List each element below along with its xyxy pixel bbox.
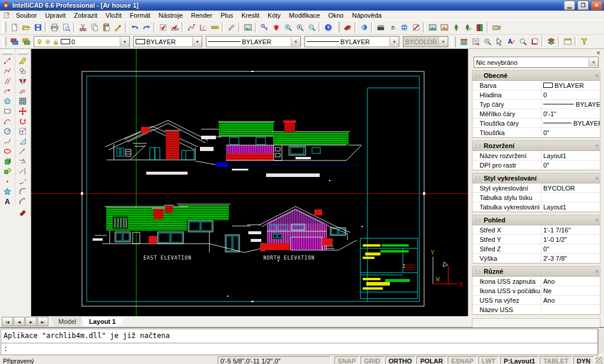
command-input[interactable]: : — [1, 343, 598, 355]
copy-tool-button[interactable] — [17, 66, 29, 76]
ellipse-tool-button[interactable] — [1, 146, 14, 156]
layer-combo[interactable]: 0 ▼ — [34, 36, 130, 47]
menu-nastroje[interactable]: Nástroje — [155, 12, 187, 19]
tab-layout1[interactable]: Layout 1 — [81, 317, 124, 326]
section-header[interactable]: ⋮⋮Styl vykreslování« — [472, 173, 600, 183]
tree2-button[interactable] — [462, 21, 474, 33]
menu-modifikace[interactable]: Modifikace — [285, 12, 324, 19]
menu-koty[interactable]: Kóty — [264, 12, 285, 19]
move-tool-button[interactable] — [17, 106, 29, 116]
break-tool-button[interactable] — [17, 176, 29, 186]
property-value[interactable]: Ano — [541, 296, 600, 304]
land1-button[interactable] — [426, 21, 438, 33]
explode-tool-button[interactable] — [17, 206, 29, 217]
rotate-tool-button[interactable] — [17, 116, 29, 126]
help-button[interactable]: ? — [322, 21, 334, 33]
chamfer-tool-button[interactable] — [17, 196, 29, 206]
title-bar[interactable]: IntelliCAD 6.6 Professional - [Ar house … — [0, 0, 604, 11]
toggle-lwt[interactable]: LWT — [478, 356, 499, 364]
zoom-realtime-button[interactable] — [270, 21, 282, 33]
linetype-combo[interactable]: BYLAYER ▼ — [206, 36, 301, 47]
layers1-button[interactable] — [8, 36, 20, 48]
app-icon[interactable] — [2, 1, 10, 9]
insert-block-tool-button[interactable] — [1, 156, 14, 166]
angle-tool-button[interactable] — [197, 21, 209, 33]
property-value[interactable]: 2'-3 7/8" — [541, 254, 600, 263]
collapse-chevron-icon[interactable]: « — [593, 176, 599, 179]
layout-border[interactable] — [82, 71, 424, 306]
property-value[interactable]: Layout1 — [541, 202, 600, 211]
color-combo-arrow[interactable]: ▼ — [192, 37, 202, 46]
rectangle-tool-button[interactable] — [1, 106, 14, 116]
coordinate-display[interactable]: 0'-5 5/8",0'-11 1/2",0" — [218, 356, 331, 364]
viewport-border[interactable] — [87, 76, 419, 301]
circle-tool-button[interactable] — [1, 126, 14, 136]
camera-button[interactable] — [490, 21, 502, 33]
lineweight-combo[interactable]: BYLAYER ▼ — [304, 36, 399, 47]
section-header[interactable]: ⋮⋮Rozvržení« — [472, 141, 600, 151]
zoom-window-button[interactable] — [282, 21, 294, 33]
explore-layers-button[interactable] — [458, 36, 470, 48]
undo-button[interactable] — [129, 21, 140, 33]
layers-stack-button[interactable] — [545, 36, 557, 48]
tab-model[interactable]: Model — [50, 317, 84, 326]
toolbar-grip[interactable] — [18, 51, 28, 55]
panel-close-icon[interactable]: ✕ — [595, 50, 602, 56]
hatch-tool-button[interactable] — [1, 186, 14, 196]
property-value[interactable]: Ano — [541, 277, 600, 286]
pick-button[interactable] — [493, 36, 505, 48]
house-south-elevation[interactable] — [200, 120, 362, 177]
hide-button[interactable] — [398, 21, 410, 33]
resize-grip[interactable] — [596, 357, 603, 364]
copy-clip-button[interactable] — [88, 21, 100, 33]
materials-button[interactable] — [410, 21, 422, 33]
detail-block[interactable] — [360, 238, 418, 299]
mirror-tool-button[interactable] — [17, 76, 29, 86]
layers2-button[interactable] — [20, 36, 32, 48]
trim-tool-button[interactable] — [17, 156, 29, 166]
tab-nav-first-button[interactable]: |◀ — [2, 317, 13, 326]
property-value[interactable]: BYLAYER — [541, 81, 600, 90]
tab-nav-last-button[interactable]: ▶| — [37, 317, 48, 326]
collapse-chevron-icon[interactable]: « — [593, 144, 599, 147]
dim-tool-button[interactable] — [209, 21, 221, 33]
document-icon[interactable] — [3, 12, 10, 19]
point-entity[interactable] — [227, 296, 228, 297]
toolbar-grip[interactable] — [2, 51, 13, 55]
library-button[interactable] — [474, 21, 485, 33]
shade-button[interactable] — [358, 21, 370, 33]
section-header[interactable]: ⋮⋮Obecné« — [472, 71, 600, 81]
polyline-tool-button[interactable] — [1, 66, 14, 76]
property-value[interactable]: 1'-1 7/16" — [541, 225, 600, 234]
close-button[interactable]: ✕ — [591, 1, 602, 10]
menu-vlozit[interactable]: Vložit — [101, 12, 126, 19]
toggle-ortho[interactable]: ORTHO — [385, 356, 416, 364]
menu-format[interactable]: Formát — [126, 12, 155, 19]
extend-tool-button[interactable] — [17, 166, 29, 176]
image-button[interactable] — [242, 21, 254, 33]
new-button[interactable] — [8, 21, 20, 33]
edit-tool-button[interactable] — [225, 21, 237, 33]
toggle-playout1[interactable]: P:Layout1 — [500, 356, 539, 364]
toggle-dyn[interactable]: DYN — [573, 356, 594, 364]
toggle-esnap[interactable]: ESNAP — [448, 356, 477, 364]
selection-combo-arrow[interactable]: ▼ — [589, 58, 598, 67]
toolbar-grip[interactable] — [2, 22, 6, 32]
menu-upravit[interactable]: Upravit — [41, 12, 70, 19]
property-value[interactable]: 0" — [541, 160, 600, 169]
menu-soubor[interactable]: Soubor — [12, 12, 41, 19]
offset-tool-button[interactable] — [17, 86, 29, 96]
menu-render[interactable]: Render — [187, 12, 216, 19]
lengthen-tool-button[interactable] — [17, 146, 29, 156]
selection-combo[interactable]: Nic nevybráno ▼ — [474, 57, 599, 68]
draw-settings-button[interactable] — [169, 21, 180, 33]
freehand-tool-button[interactable] — [1, 86, 14, 96]
property-value[interactable]: 0'-1" — [541, 109, 600, 118]
block-tool-button[interactable] — [1, 166, 14, 176]
drawing-area[interactable]: EAST ELEVATION — [31, 49, 468, 316]
command-scrollbar[interactable] — [598, 329, 604, 354]
toggle-polar[interactable]: POLAR — [416, 356, 447, 364]
menu-okno[interactable]: Okno — [324, 12, 347, 19]
tree-button[interactable] — [450, 21, 462, 33]
color-combo[interactable]: BYLAYER ▼ — [133, 36, 202, 47]
